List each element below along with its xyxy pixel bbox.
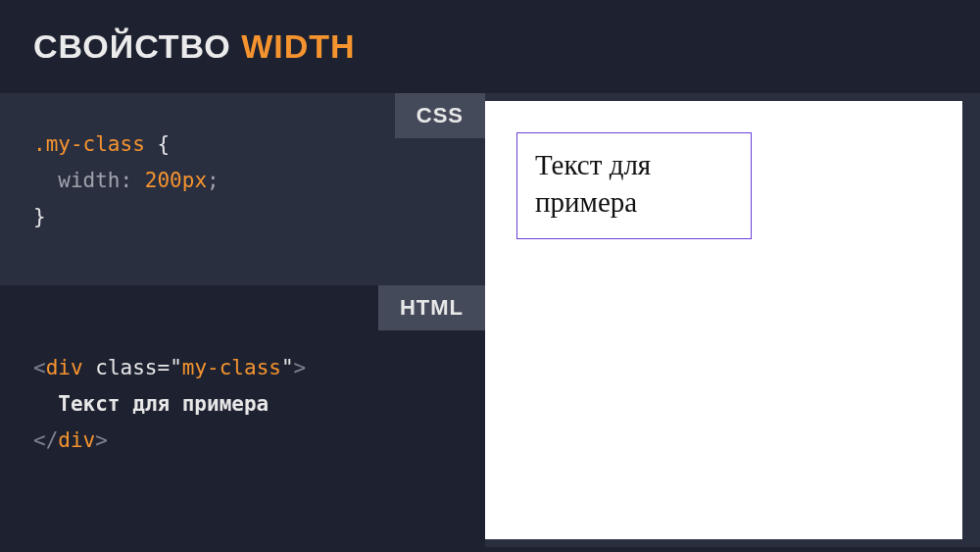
slide-title: СВОЙСТВО WIDTH — [33, 27, 947, 66]
css-code-block: CSS .my-class { width: 200px; } — [0, 93, 485, 285]
code-column: CSS .my-class { width: 200px; } HTML <di… — [0, 93, 485, 547]
css-selector: .my-class — [33, 132, 145, 156]
css-code: .my-class { width: 200px; } — [33, 126, 452, 234]
example-box: Текст для примера — [516, 132, 752, 239]
title-label: СВОЙСТВО — [33, 27, 231, 65]
html-attr-value: my-class — [182, 356, 281, 379]
css-value: 200px — [145, 169, 207, 192]
angle-close1: > — [294, 356, 307, 379]
html-quote1: " — [170, 356, 182, 379]
html-label: HTML — [378, 285, 485, 330]
example-text: Текст для примера — [535, 149, 651, 218]
css-semicolon: ; — [207, 169, 220, 192]
css-label: CSS — [395, 93, 485, 138]
content-area: CSS .my-class { width: 200px; } HTML <di… — [0, 93, 980, 547]
preview-column: Текст для примера — [485, 93, 980, 547]
brace-open: { — [157, 132, 170, 156]
angle-close2: > — [95, 428, 108, 452]
html-code: <div class="my-class"> Текст для примера… — [33, 350, 452, 458]
html-tag-close: div — [58, 428, 95, 452]
angle-open: < — [33, 356, 46, 379]
html-tag-open: div — [46, 356, 83, 379]
css-prop: width — [58, 169, 120, 192]
html-attr: class — [95, 356, 157, 379]
html-eq: = — [157, 356, 170, 379]
css-colon: : — [121, 169, 133, 192]
html-text-content: Текст для примера — [58, 392, 269, 416]
preview-canvas: Текст для примера — [485, 101, 962, 539]
html-quote2: " — [281, 356, 294, 379]
title-property: WIDTH — [241, 27, 355, 65]
angle-open-close: </ — [33, 428, 58, 452]
html-code-block: HTML <div class="my-class"> Текст для пр… — [0, 285, 485, 546]
brace-close: } — [33, 205, 46, 228]
slide-header: СВОЙСТВО WIDTH — [0, 0, 980, 93]
